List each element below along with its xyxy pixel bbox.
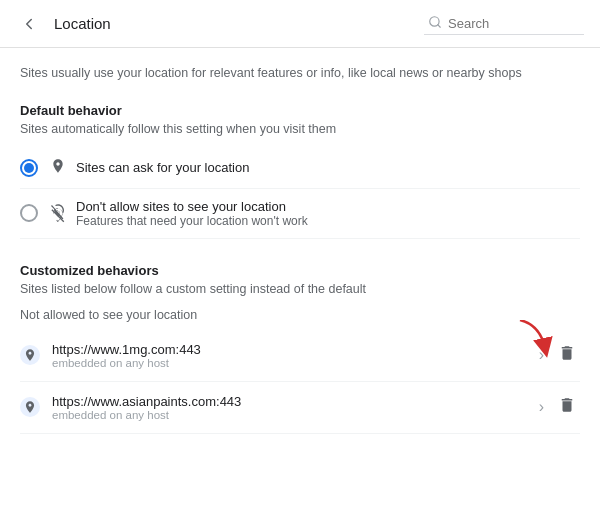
site-row: https://www.asianpaints.com:443 embedded…: [20, 382, 580, 434]
not-allowed-label: Not allowed to see your location: [20, 308, 580, 322]
site-url-1mg: https://www.1mg.com:443: [52, 342, 539, 357]
location-pin-icon: [50, 158, 66, 178]
allow-location-title: Sites can ask for your location: [76, 160, 580, 175]
site-sub-asianpaints: embedded on any host: [52, 409, 539, 421]
search-input[interactable]: [448, 16, 568, 31]
svg-line-1: [438, 24, 441, 27]
delete-button-1mg[interactable]: [554, 340, 580, 371]
search-icon: [428, 15, 442, 32]
customized-behaviors-heading: Customized behaviors: [20, 263, 580, 278]
site-info-1mg: https://www.1mg.com:443 embedded on any …: [52, 342, 539, 369]
site-icon-asianpaints: [20, 397, 40, 417]
page-description: Sites usually use your location for rele…: [20, 64, 580, 83]
site-chevron-asianpaints[interactable]: ›: [539, 398, 544, 416]
site-info-asianpaints: https://www.asianpaints.com:443 embedded…: [52, 394, 539, 421]
allow-location-radio[interactable]: [20, 159, 38, 177]
back-button[interactable]: [16, 11, 42, 37]
customized-behaviors-section: Customized behaviors Sites listed below …: [20, 263, 580, 434]
allow-location-option[interactable]: Sites can ask for your location: [20, 148, 580, 189]
header: Location: [0, 0, 600, 48]
content: Sites usually use your location for rele…: [0, 48, 600, 450]
default-behavior-sub: Sites automatically follow this setting …: [20, 122, 580, 136]
site-icon-1mg: [20, 345, 40, 365]
default-behavior-heading: Default behavior: [20, 103, 580, 118]
site-row: https://www.1mg.com:443 embedded on any …: [20, 330, 580, 382]
site-url-asianpaints: https://www.asianpaints.com:443: [52, 394, 539, 409]
site-chevron-1mg[interactable]: ›: [539, 346, 544, 364]
site-sub-1mg: embedded on any host: [52, 357, 539, 369]
deny-location-title: Don't allow sites to see your location: [76, 199, 580, 214]
deny-location-radio[interactable]: [20, 204, 38, 222]
deny-location-subtitle: Features that need your location won't w…: [76, 214, 580, 228]
allow-location-text: Sites can ask for your location: [76, 160, 580, 175]
deny-location-option[interactable]: Don't allow sites to see your location F…: [20, 189, 580, 239]
no-location-icon: [50, 203, 66, 223]
search-box: [424, 13, 584, 35]
default-behavior-section: Default behavior Sites automatically fol…: [20, 103, 580, 239]
page-title: Location: [54, 15, 424, 32]
customized-behaviors-sub: Sites listed below follow a custom setti…: [20, 282, 580, 296]
deny-location-text: Don't allow sites to see your location F…: [76, 199, 580, 228]
delete-button-asianpaints[interactable]: [554, 392, 580, 423]
